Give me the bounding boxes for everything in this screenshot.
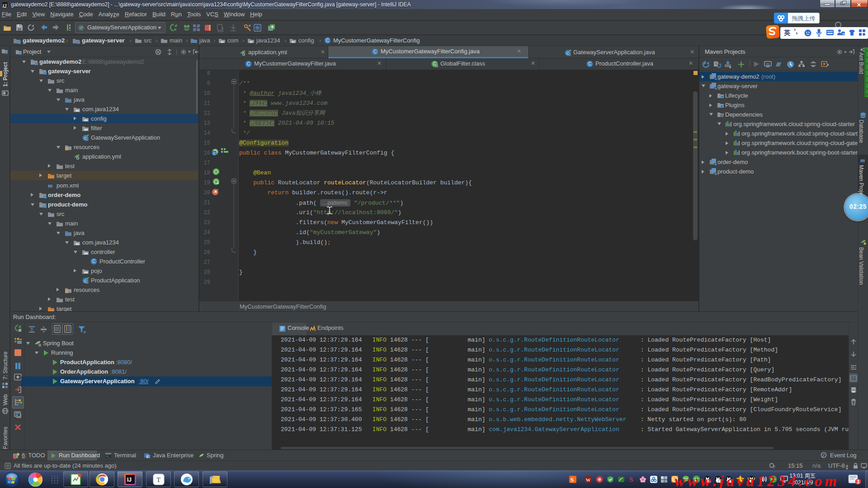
- svg-text:S: S: [571, 476, 574, 483]
- svg-text:m: m: [766, 62, 769, 66]
- svg-text:m: m: [715, 86, 717, 89]
- svg-text:m: m: [715, 162, 717, 165]
- svg-text:>_: >_: [106, 455, 110, 458]
- svg-text:C: C: [247, 61, 250, 66]
- svg-text:S: S: [629, 476, 633, 483]
- svg-text:m: m: [860, 157, 865, 164]
- svg-text:?: ?: [773, 465, 775, 469]
- svg-text:m: m: [48, 182, 52, 189]
- svg-text:C: C: [213, 151, 216, 155]
- svg-text:E: E: [146, 455, 149, 458]
- svg-text:C: C: [326, 38, 329, 43]
- svg-text:IJ: IJ: [127, 477, 132, 483]
- svg-text:T: T: [156, 476, 160, 483]
- svg-text:C: C: [588, 61, 591, 66]
- svg-text:m: m: [715, 76, 717, 80]
- svg-text:W: W: [586, 477, 591, 483]
- svg-text:C: C: [373, 49, 377, 54]
- svg-text:3: 3: [857, 479, 859, 484]
- svg-text:m: m: [715, 171, 717, 175]
- svg-text:C: C: [92, 259, 95, 264]
